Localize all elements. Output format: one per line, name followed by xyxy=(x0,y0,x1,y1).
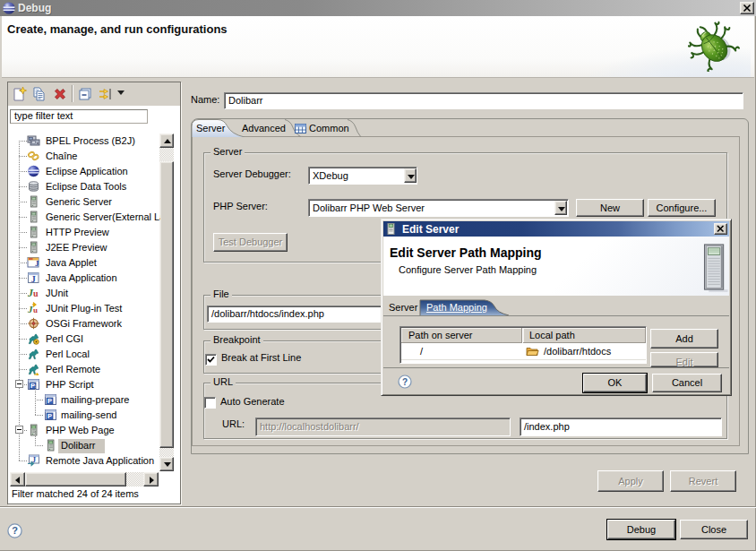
svg-text:?: ? xyxy=(12,525,18,536)
svg-text:u: u xyxy=(33,288,39,298)
svg-text:u: u xyxy=(33,306,38,314)
svg-text:J: J xyxy=(27,304,33,314)
svg-text:J: J xyxy=(35,259,39,268)
svg-text:J: J xyxy=(31,274,36,284)
svg-text:P: P xyxy=(47,412,52,420)
svg-text:?: ? xyxy=(402,377,408,387)
svg-text:P: P xyxy=(47,397,52,405)
